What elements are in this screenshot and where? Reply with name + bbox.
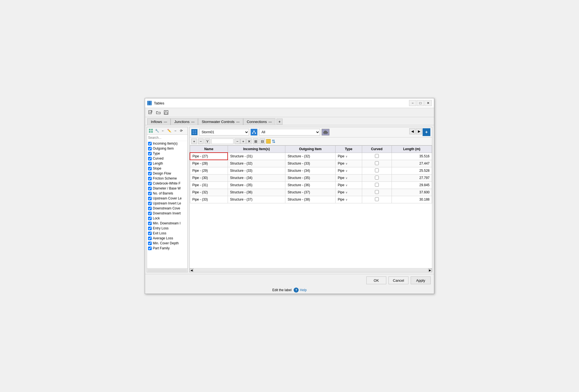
left-tool-btn[interactable]: 🔧: [154, 128, 160, 134]
left-refresh-btn[interactable]: ⟳: [179, 128, 184, 134]
horizontal-scrollbar[interactable]: ◀ ▶: [190, 268, 432, 272]
left-back-btn[interactable]: ←: [160, 128, 166, 134]
storm-select[interactable]: Storm01: [199, 129, 249, 135]
apply-button[interactable]: Apply: [411, 276, 431, 284]
sort-icon[interactable]: ⇅: [272, 139, 275, 144]
table-row[interactable]: Pipe - (32)Structure - (36)Structure - (…: [190, 189, 432, 196]
type-dropdown-icon[interactable]: ∨: [346, 169, 347, 172]
curved-checkbox[interactable]: [375, 176, 379, 180]
tab-stormwater[interactable]: Stormwater Controls —: [198, 118, 243, 125]
grid-view-btn2[interactable]: ⊟: [260, 139, 265, 144]
table-row[interactable]: Pipe - (28)Structure - (32)Structure - (…: [190, 160, 432, 167]
cell-incoming: Structure - (33): [228, 167, 285, 174]
scroll-left-button[interactable]: ◀: [190, 268, 194, 272]
add-tab-button[interactable]: +: [276, 119, 283, 125]
checklist-checkbox[interactable]: [148, 242, 152, 245]
svg-rect-16: [192, 132, 194, 134]
filter-plus-btn[interactable]: +: [240, 139, 246, 144]
type-dropdown-icon[interactable]: ∨: [346, 155, 347, 158]
checklist-checkbox[interactable]: [148, 157, 152, 160]
checklist-checkbox[interactable]: [148, 182, 152, 185]
rain-button[interactable]: [322, 129, 329, 135]
tab-inflows[interactable]: Inflows —: [147, 118, 171, 125]
svg-rect-15: [195, 130, 196, 132]
curved-checkbox[interactable]: [375, 154, 379, 158]
type-dropdown-icon[interactable]: ∨: [346, 162, 347, 165]
filter-input[interactable]: [211, 139, 233, 144]
close-button[interactable]: ✕: [425, 100, 432, 106]
filter-x-btn[interactable]: ✕: [246, 139, 252, 144]
network-button[interactable]: [251, 129, 257, 135]
curved-checkbox[interactable]: [375, 197, 379, 201]
tab-inflows-close[interactable]: —: [164, 120, 167, 124]
curved-checkbox[interactable]: [375, 190, 379, 194]
checklist-checkbox[interactable]: [148, 142, 152, 145]
open-button[interactable]: [155, 109, 162, 116]
checklist-checkbox[interactable]: [148, 167, 152, 170]
filter-icon-button[interactable]: Y: [205, 139, 210, 144]
checklist-checkbox[interactable]: [148, 207, 152, 210]
checklist-checkbox[interactable]: [148, 147, 152, 150]
all-select[interactable]: All: [259, 129, 320, 135]
curved-checkbox[interactable]: [375, 161, 379, 165]
grid-view-btn[interactable]: ⊞: [253, 139, 258, 144]
help-button[interactable]: ? Help: [294, 288, 307, 293]
filter-minus-btn[interactable]: −: [235, 139, 240, 144]
add-row-button[interactable]: +: [423, 128, 430, 136]
scroll-right-button[interactable]: ▶: [428, 268, 432, 272]
table-row[interactable]: Pipe - (30)Structure - (34)Structure - (…: [190, 174, 432, 181]
nav-next-button[interactable]: ▶: [416, 128, 422, 134]
checklist-label: Upstream Invert Le: [153, 201, 181, 205]
search-input[interactable]: [148, 136, 188, 140]
add-filter-button[interactable]: +: [191, 139, 197, 144]
tab-connections-close[interactable]: —: [268, 120, 272, 124]
cancel-button[interactable]: Cancel: [388, 276, 408, 284]
remove-filter-button[interactable]: −: [198, 139, 204, 144]
type-dropdown-icon[interactable]: ∨: [346, 176, 347, 180]
nav-prev-button[interactable]: ◀: [409, 128, 415, 134]
table-row[interactable]: Pipe - (29)Structure - (33)Structure - (…: [190, 167, 432, 174]
tab-connections[interactable]: Connections —: [243, 118, 275, 125]
type-dropdown-icon[interactable]: ∨: [346, 191, 347, 194]
ok-button[interactable]: OK: [366, 276, 386, 284]
checklist-checkbox[interactable]: [148, 227, 152, 230]
minimize-button[interactable]: −: [409, 100, 416, 106]
table-row[interactable]: Pipe - (27)Structure - (31)Structure - (…: [190, 153, 432, 160]
tab-junctions-close[interactable]: —: [191, 120, 194, 124]
tab-junctions[interactable]: Junctions —: [171, 118, 198, 125]
new-button[interactable]: [147, 109, 154, 116]
checklist-checkbox[interactable]: [148, 222, 152, 225]
checklist-checkbox[interactable]: [148, 177, 152, 180]
checklist-checkbox[interactable]: [148, 212, 152, 215]
tab-stormwater-close[interactable]: —: [236, 120, 240, 124]
checklist-checkbox[interactable]: [148, 202, 152, 205]
maximize-button[interactable]: □: [417, 100, 424, 106]
checklist-checkbox[interactable]: [148, 152, 152, 155]
checklist-checkbox[interactable]: [148, 217, 152, 220]
left-scroll-track[interactable]: [148, 269, 187, 272]
cell-length: 30.188: [392, 196, 432, 203]
curved-checkbox[interactable]: [375, 183, 379, 187]
checklist-label: No. of Barrels: [153, 191, 173, 195]
checklist-checkbox[interactable]: [148, 192, 152, 195]
checklist-label: Incoming Item(s): [153, 142, 177, 145]
left-scroll-bar[interactable]: [147, 268, 187, 272]
table-row[interactable]: Pipe - (31)Structure - (35)Structure - (…: [190, 181, 432, 189]
checklist-checkbox[interactable]: [148, 162, 152, 165]
checklist-checkbox[interactable]: [148, 232, 152, 235]
type-dropdown-icon[interactable]: ∨: [346, 198, 347, 201]
table-row[interactable]: Pipe - (33)Structure - (37)Structure - (…: [190, 196, 432, 203]
curved-checkbox[interactable]: [375, 168, 379, 172]
checklist-checkbox[interactable]: [148, 187, 152, 190]
left-fwd-btn[interactable]: →: [172, 128, 178, 134]
scroll-track[interactable]: [194, 269, 428, 272]
checklist-checkbox[interactable]: [148, 247, 152, 250]
checklist-checkbox[interactable]: [148, 197, 152, 200]
checklist-label: Diameter / Base W: [153, 186, 181, 190]
type-dropdown-icon[interactable]: ∨: [346, 184, 347, 187]
save-button[interactable]: [163, 109, 169, 116]
left-grid-btn[interactable]: [148, 128, 154, 134]
checklist-checkbox[interactable]: [148, 237, 152, 240]
left-edit-btn[interactable]: ✏️: [166, 128, 172, 134]
checklist-checkbox[interactable]: [148, 172, 152, 175]
